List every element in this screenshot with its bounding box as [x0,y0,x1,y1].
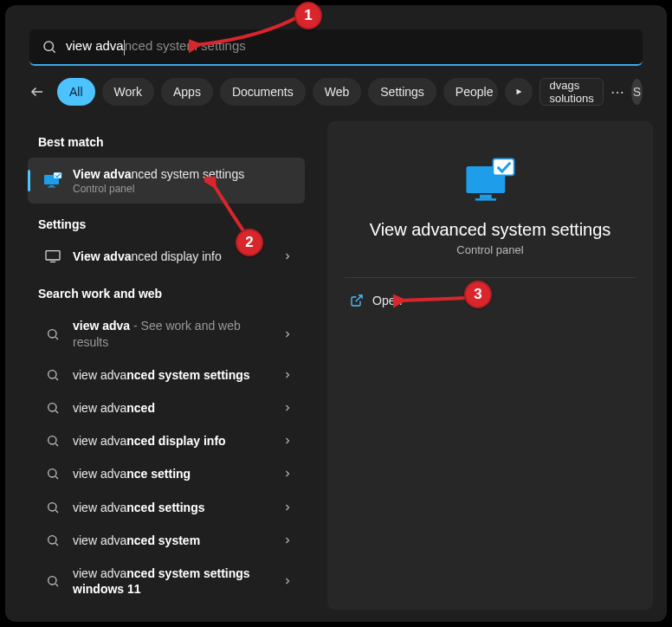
display-icon [43,249,62,263]
result-title-bold: nced [126,401,155,415]
filter-tab-settings[interactable]: Settings [368,78,436,106]
filter-tab-people[interactable]: People [443,78,499,106]
triangle-right-icon [514,87,523,96]
filter-label: Apps [173,85,201,99]
result-text-block: view advanced settings [73,500,272,515]
result-title: view advanced [73,400,272,416]
svg-rect-28 [475,198,496,201]
settings-result[interactable]: View advanced display info [28,240,305,273]
avatar-initial: S [633,85,641,99]
result-title-bold: view adva [73,319,130,333]
filter-tab-all[interactable]: All [57,78,95,106]
web-result[interactable]: view advanced system settings windows 11 [28,557,305,605]
svg-line-30 [356,295,362,301]
svg-line-23 [55,543,58,546]
result-title-bold: nce setting [126,467,191,481]
svg-line-17 [55,443,58,446]
detail-title: View advanced system settings [345,220,636,240]
result-title: view adva - See work and web results [73,318,272,349]
search-icon [43,574,62,588]
svg-point-20 [48,502,56,510]
result-text-block: view advanced system settings [73,367,272,383]
result-title: view advanced settings [73,500,272,515]
filter-label: All [69,85,83,99]
search-icon [43,401,62,415]
search-icon [42,39,57,55]
chevron-right-icon [282,370,293,380]
callout-number: 1 [304,7,312,24]
result-title: view advanced system [73,533,272,548]
search-icon [43,368,62,382]
web-result[interactable]: view advanced settings [28,491,305,524]
svg-rect-7 [54,172,61,178]
search-input-bar[interactable]: view advanced system settings [29,29,643,66]
web-result[interactable]: view adva - See work and web results [28,309,305,358]
filter-more-button[interactable] [505,78,533,106]
result-text-block: view advanced system [73,533,272,548]
filter-tab-web[interactable]: Web [313,78,362,106]
svg-line-25 [55,584,58,586]
svg-point-14 [48,404,56,411]
back-button[interactable] [29,80,45,104]
result-title-pre: view adva [73,501,126,514]
chevron-right-icon [282,436,293,446]
brand-chip[interactable]: dvags solutions [540,78,603,106]
svg-point-24 [48,577,56,585]
svg-line-11 [55,337,58,339]
svg-line-13 [55,378,58,380]
ellipsis-icon: ⋯ [611,84,624,100]
result-title-bold: View adva [73,249,131,263]
result-text-block: view advanced [73,400,272,416]
monitor-settings-icon [463,158,517,208]
filter-label: Work [114,85,142,99]
svg-rect-8 [46,251,60,260]
result-title-rest: nced display info [131,249,221,263]
svg-rect-5 [49,185,54,187]
svg-point-10 [48,329,56,337]
web-result[interactable]: view advanced display info [28,424,305,457]
divider [345,277,636,278]
annotation-callout-3: 3 [464,281,492,308]
result-text-block: View advanced system settings Control pa… [73,166,293,195]
web-result[interactable]: view advance setting [28,457,305,490]
result-title-bold: View adva [73,167,131,181]
search-icon [43,327,62,341]
result-text-block: view advanced system settings windows 11 [73,566,272,597]
search-icon [43,467,62,481]
chevron-right-icon [282,469,293,479]
web-result[interactable]: view advanced system settings [28,359,305,391]
chevron-right-icon [282,576,293,586]
result-title-bold: nced display info [126,434,225,448]
result-title-pre: view adva [73,533,126,547]
open-action[interactable]: Open [345,287,407,314]
search-text: view advanced system settings [66,38,246,55]
best-match-result[interactable]: View advanced system settings Control pa… [28,158,305,204]
svg-point-18 [48,469,56,477]
section-web: Search work and web [19,273,313,309]
brand-chip-label: dvags solutions [549,79,593,105]
svg-rect-6 [48,186,55,187]
web-result[interactable]: view advanced system [28,524,305,557]
results-list: Best match View advanced system settings [19,121,313,610]
filter-tab-work[interactable]: Work [102,78,154,106]
filter-tab-apps[interactable]: Apps [161,78,213,106]
detail-panel: View advanced system settings Control pa… [327,121,653,610]
avatar[interactable]: S [631,79,643,105]
result-title: view advanced system settings [73,367,272,383]
svg-line-19 [55,477,58,480]
result-text-block: view advanced display info [73,433,272,449]
open-action-label: Open [372,294,402,307]
content-area: Best match View advanced system settings [19,121,653,610]
more-options-button[interactable]: ⋯ [611,80,624,104]
svg-point-0 [44,42,54,51]
result-title: View advanced system settings [73,166,293,182]
result-title-bold: nced settings [126,501,204,514]
svg-point-16 [48,436,56,444]
web-result[interactable]: view advanced [28,391,305,424]
detail-subtitle: Control panel [345,243,636,256]
svg-marker-3 [517,89,522,95]
filter-label: People [456,85,494,99]
arrow-left-icon [29,84,45,100]
svg-line-1 [52,49,55,52]
filter-tab-documents[interactable]: Documents [220,78,306,106]
